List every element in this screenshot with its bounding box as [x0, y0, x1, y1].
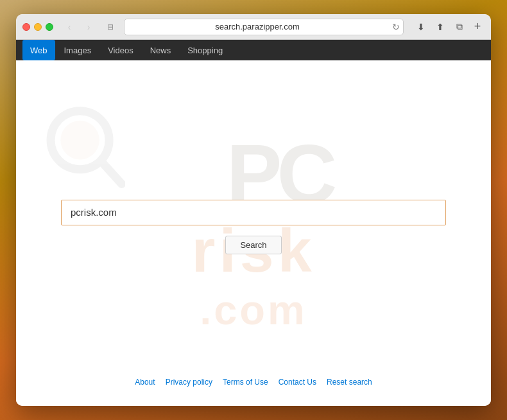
new-tab-button[interactable]: ⧉ [451, 20, 468, 34]
footer-privacy-link[interactable]: Privacy policy [166, 378, 212, 387]
tab-images[interactable]: Images [56, 40, 99, 60]
tab-videos[interactable]: Videos [100, 40, 141, 60]
footer-contact-link[interactable]: Contact Us [279, 378, 316, 387]
nav-bar: Web Images Videos News Shopping [16, 40, 491, 60]
maximize-button[interactable] [46, 23, 53, 31]
search-button[interactable]: Search [225, 236, 281, 254]
add-tab-button[interactable]: + [470, 20, 485, 34]
watermark-com: .com [200, 286, 307, 334]
reader-view-button[interactable]: ⊟ [102, 20, 119, 34]
tab-news[interactable]: News [142, 40, 179, 60]
footer-reset-link[interactable]: Reset search [327, 378, 372, 387]
search-form: Search [61, 200, 446, 254]
close-button[interactable] [22, 23, 30, 31]
main-content: PC risk .com Search About Privacy policy… [16, 60, 491, 406]
back-button[interactable]: ‹ [61, 20, 78, 34]
download-button[interactable]: ⬇ [413, 20, 429, 34]
footer-links: About Privacy policy Terms of Use Contac… [135, 378, 372, 387]
share-button[interactable]: ⬆ [432, 20, 449, 34]
tab-shopping[interactable]: Shopping [180, 40, 230, 60]
svg-point-2 [60, 121, 99, 160]
address-bar-container: ↻ [124, 19, 404, 35]
address-bar-wrapper: ↻ [124, 19, 404, 35]
tab-web[interactable]: Web [22, 40, 55, 60]
traffic-lights [22, 23, 53, 31]
search-input[interactable] [61, 200, 446, 225]
toolbar-right: ⬇ ⬆ ⧉ + [413, 20, 485, 34]
svg-point-0 [51, 111, 109, 170]
footer-terms-link[interactable]: Terms of Use [223, 378, 268, 387]
svg-line-1 [101, 162, 121, 184]
forward-button[interactable]: › [80, 20, 97, 34]
magnifier-icon [42, 99, 125, 195]
reload-button[interactable]: ↻ [392, 22, 400, 32]
browser-window: ‹ › ⊟ ↻ ⬇ ⬆ ⧉ + Web Images Videos News [16, 14, 491, 406]
nav-buttons: ‹ › [61, 20, 97, 34]
footer-about-link[interactable]: About [135, 378, 155, 387]
address-bar[interactable] [124, 19, 404, 35]
title-bar: ‹ › ⊟ ↻ ⬇ ⬆ ⧉ + [16, 14, 491, 40]
minimize-button[interactable] [34, 23, 42, 31]
